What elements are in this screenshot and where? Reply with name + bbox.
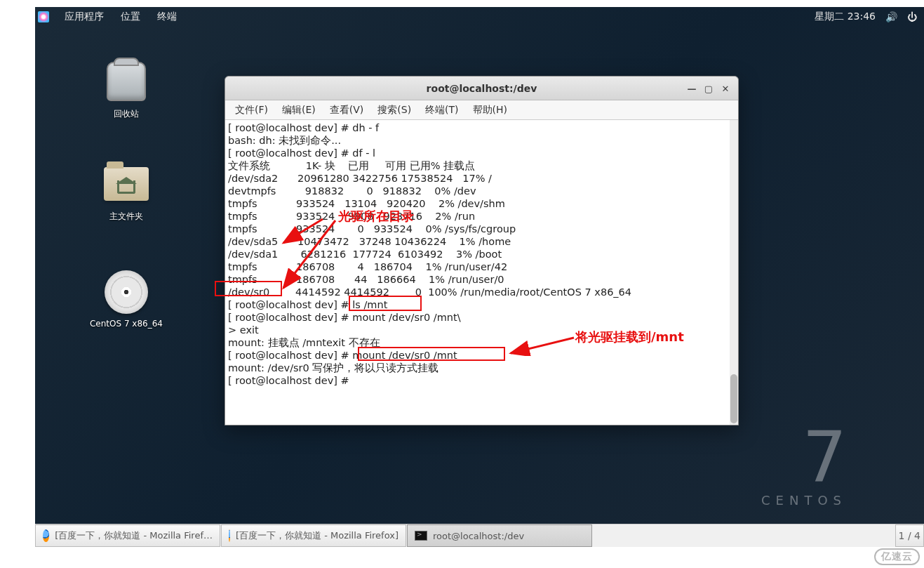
desktop-icon-disc[interactable]: CentOS 7 x86_64 — [84, 271, 168, 329]
window-maximize-button[interactable]: ▢ — [700, 81, 717, 96]
menu-search[interactable]: 搜索(S) — [370, 104, 418, 117]
top-menus: 应用程序 位置 终端 — [56, 7, 185, 27]
centos-word: CENTOS — [761, 493, 847, 508]
clock-label[interactable]: 星期二 23:46 — [815, 11, 876, 23]
window-controls: — ▢ ✕ — [683, 81, 734, 96]
menu-file[interactable]: 文件(F) — [228, 104, 275, 117]
watermark-text: 亿速云 — [874, 548, 920, 565]
desktop-icon-home[interactable]: 主文件夹 — [84, 163, 168, 223]
disc-icon — [105, 270, 148, 314]
taskbar-item-firefox-2[interactable]: [百度一下，你就知道 - Mozilla Firefox] — [221, 524, 406, 547]
taskbar-label-3: root@localhost:/dev — [433, 531, 524, 541]
terminal-window: root@localhost:/dev — ▢ ✕ 文件(F) 编辑(E) 查看… — [225, 76, 739, 425]
menu-places[interactable]: 位置 — [112, 7, 149, 27]
menu-terminal[interactable]: 终端(T) — [418, 104, 465, 117]
menu-applications[interactable]: 应用程序 — [56, 7, 112, 27]
centos-watermark: 7 CENTOS — [761, 423, 847, 508]
desktop-icon-trash[interactable]: 回收站 — [84, 60, 168, 120]
menu-view[interactable]: 查看(V) — [323, 104, 371, 117]
terminal-scrollbar[interactable] — [730, 120, 738, 425]
home-folder-label: 主文件夹 — [84, 211, 168, 223]
disc-label: CentOS 7 x86_64 — [84, 319, 168, 329]
terminal-icon — [415, 531, 427, 541]
taskbar-label-2: [百度一下，你就知道 - Mozilla Firefox] — [236, 529, 399, 542]
window-titlebar[interactable]: root@localhost:/dev — ▢ ✕ — [225, 77, 738, 100]
firefox-icon — [229, 529, 230, 542]
window-close-button[interactable]: ✕ — [717, 81, 734, 96]
terminal-menubar: 文件(F) 编辑(E) 查看(V) 搜索(S) 终端(T) 帮助(H) — [225, 100, 738, 120]
terminal-output[interactable]: [ root@localhost dev] # dh - f bash: dh:… — [225, 120, 738, 425]
sound-icon[interactable]: 🔊 — [885, 11, 897, 22]
menu-help[interactable]: 帮助(H) — [466, 104, 514, 117]
menu-terminal[interactable]: 终端 — [149, 7, 185, 27]
screen-left-edge — [34, 7, 35, 524]
firefox-icon — [43, 529, 49, 542]
top-panel: 应用程序 位置 终端 星期二 23:46 🔊 ⏻ — [35, 7, 924, 27]
terminal-text: [ root@localhost dev] # dh - f bash: dh:… — [228, 121, 735, 387]
scrollbar-thumb[interactable] — [730, 374, 737, 423]
system-menu-icon[interactable] — [38, 11, 49, 22]
trash-label: 回收站 — [84, 108, 168, 120]
window-minimize-button[interactable]: — — [683, 81, 700, 96]
taskbar-label-1: [百度一下，你就知道 - Mozilla Firef… — [55, 529, 213, 542]
menu-edit[interactable]: 编辑(E) — [275, 104, 323, 117]
window-title: root@localhost:/dev — [427, 83, 537, 94]
top-panel-right: 星期二 23:46 🔊 ⏻ — [815, 11, 917, 23]
workspace-pager[interactable]: 1 / 4 — [895, 524, 924, 547]
image-watermark: 亿速云 — [874, 548, 920, 565]
folder-home-icon — [104, 167, 149, 201]
bottom-taskbar: [百度一下，你就知道 - Mozilla Firef… [百度一下，你就知道 -… — [35, 524, 924, 547]
taskbar-item-firefox-1[interactable]: [百度一下，你就知道 - Mozilla Firef… — [35, 524, 220, 547]
trash-icon — [107, 62, 146, 101]
taskbar-item-terminal[interactable]: root@localhost:/dev — [407, 524, 592, 547]
power-icon[interactable]: ⏻ — [907, 11, 917, 22]
centos-seven: 7 — [761, 423, 847, 493]
